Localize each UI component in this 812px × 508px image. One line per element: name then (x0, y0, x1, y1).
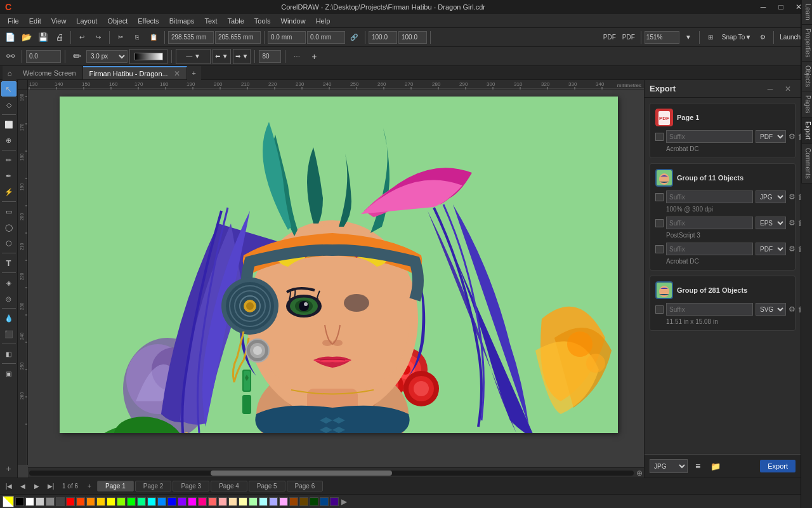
opacity-input[interactable] (259, 50, 281, 63)
tool-shape[interactable]: ◇ (1, 97, 16, 112)
add-tab-button[interactable]: + (187, 66, 201, 80)
grid-button[interactable]: ⊞ (703, 30, 718, 45)
stroke-color-btn[interactable] (129, 49, 167, 64)
export-checkbox-group11-1[interactable] (655, 219, 664, 227)
maximize-button[interactable]: □ (773, 0, 789, 14)
menu-edit[interactable]: Edit (24, 16, 46, 26)
page-tab-4[interactable]: Page 4 (211, 481, 247, 491)
tool-crop[interactable]: ⬜ (1, 117, 16, 132)
scale-h-input[interactable] (398, 31, 427, 44)
export-checkbox-group281[interactable] (655, 305, 664, 314)
page-first-btn[interactable]: |◀ (3, 480, 15, 493)
swatch-dark-blue[interactable] (320, 497, 329, 506)
export-format-group281[interactable]: SVGPDFJPGEPS (756, 303, 786, 316)
swatch-pink1[interactable] (208, 497, 217, 506)
panel-minimize-btn[interactable]: ─ (763, 81, 778, 97)
tab-document[interactable]: Firman Hatibu - Dragon... ✕ (83, 66, 187, 79)
swatch-blue1[interactable] (157, 497, 166, 506)
tool-add[interactable]: + (1, 461, 16, 476)
swatch-cyan[interactable] (147, 497, 156, 506)
tool-color[interactable]: ▣ (1, 366, 16, 381)
zoom-corner-icon[interactable]: ⊕ (636, 469, 643, 478)
export-format-group11-1[interactable]: EPSPDFJPGSVG (756, 217, 786, 229)
swatch-blue2[interactable] (167, 497, 176, 506)
dash-style-btn[interactable]: — ▼ (176, 49, 211, 64)
tab-close-icon[interactable]: ✕ (174, 69, 180, 78)
scroll-track[interactable] (29, 471, 634, 476)
swatch-yellow-green[interactable] (117, 497, 126, 506)
tool-eyedropper[interactable]: 💧 (1, 311, 16, 326)
swatch-cyan-green[interactable] (137, 497, 146, 506)
minimize-button[interactable]: ─ (755, 0, 771, 14)
tool-polygon[interactable]: ⬡ (1, 236, 16, 251)
page-tab-6[interactable]: Page 6 (287, 481, 324, 491)
export-checkbox-group11-2[interactable] (655, 245, 664, 253)
add-btn[interactable]: + (306, 49, 322, 64)
side-tab-export[interactable]: Export (801, 117, 812, 144)
tool-pen[interactable]: ✒ (1, 168, 16, 184)
swatch-brown2[interactable] (299, 497, 308, 506)
swatch-orange2[interactable] (86, 497, 95, 506)
swatch-dark-purple[interactable] (330, 497, 339, 506)
lock-aspect-button[interactable]: 🔗 (346, 30, 362, 45)
print-button[interactable]: 🖨 (52, 30, 67, 45)
colorbar-right-arrow[interactable]: ▶ (340, 497, 348, 506)
swatch-light-pink[interactable] (279, 497, 288, 506)
more-options-btn[interactable]: ⋯ (289, 49, 304, 64)
export-gear-group11-0-icon[interactable]: ⚙ (789, 190, 796, 203)
page-tab-5[interactable]: Page 5 (249, 481, 285, 491)
undo-button[interactable]: ↩ (74, 30, 89, 45)
export-format-group11-2[interactable]: PDFJPGPNGSVGEPS (756, 243, 786, 255)
swatch-purple[interactable] (178, 497, 187, 506)
redo-button[interactable]: ↪ (91, 30, 106, 45)
save-button[interactable]: 💾 (36, 30, 51, 45)
side-tab-pages[interactable]: Pages (801, 91, 812, 117)
menu-window[interactable]: Window (276, 16, 311, 26)
page-tab-1[interactable]: Page 1 (97, 481, 134, 491)
side-tab-comments[interactable]: Comments (801, 144, 812, 183)
export-gear-group11-2-icon[interactable]: ⚙ (789, 243, 796, 255)
side-tab-properties[interactable]: Properties (801, 25, 812, 62)
menu-tools[interactable]: Tools (249, 16, 276, 26)
arrow-end-btn[interactable]: ➡ ▼ (233, 49, 251, 64)
paste-button[interactable]: 📋 (146, 30, 161, 45)
export-gear-group11-1-icon[interactable]: ⚙ (789, 217, 796, 229)
tool-contour[interactable]: ◎ (1, 291, 16, 306)
tool-text[interactable]: T (1, 255, 16, 271)
swatch-orange1[interactable] (76, 497, 85, 506)
value1-input[interactable] (26, 50, 61, 63)
swatch-gray3[interactable] (56, 497, 65, 506)
color-none-swatch[interactable] (3, 496, 14, 507)
menu-bitmaps[interactable]: Bitmaps (164, 16, 200, 26)
menu-view[interactable]: View (46, 16, 72, 26)
side-tab-objects[interactable]: Objects (801, 62, 812, 91)
swatch-light-blue[interactable] (269, 497, 278, 506)
swatch-brown1[interactable] (289, 497, 298, 506)
height-input[interactable] (307, 31, 345, 44)
page-tab-2[interactable]: Page 2 (135, 481, 172, 491)
swatch-green[interactable] (127, 497, 136, 506)
export-suffix-page1[interactable] (666, 130, 753, 143)
y-coord-input[interactable] (215, 31, 261, 44)
export-options-btn[interactable]: ≡ (690, 458, 705, 474)
tool-blend[interactable]: ◈ (1, 275, 16, 290)
zoom-level-input[interactable] (645, 31, 679, 44)
export-bottom-format-select[interactable]: JPGPDFPNGSVG (650, 459, 688, 473)
menu-file[interactable]: File (3, 16, 24, 26)
swatch-black[interactable] (15, 497, 24, 506)
tool-smart-fill[interactable]: ◧ (1, 346, 16, 361)
tool-rect[interactable]: ▭ (1, 204, 16, 219)
swatch-orange3[interactable] (96, 497, 105, 506)
swatch-magenta2[interactable] (198, 497, 207, 506)
side-tab-learn[interactable]: Learn (801, 0, 812, 25)
scroll-thumb[interactable] (211, 471, 392, 476)
export-suffix-group11-0[interactable] (666, 190, 753, 203)
export-checkbox-page1[interactable] (655, 133, 664, 141)
export-suffix-group11-2[interactable] (666, 243, 753, 255)
panel-close-btn[interactable]: ✕ (780, 81, 796, 97)
snap-to-button[interactable]: Snap To ▼ (719, 30, 754, 45)
tool-fill[interactable]: ⬛ (1, 326, 16, 342)
export-button[interactable]: Export (760, 460, 796, 472)
swatch-light-cyan[interactable] (259, 497, 268, 506)
tool-select[interactable]: ↖ (1, 81, 16, 97)
